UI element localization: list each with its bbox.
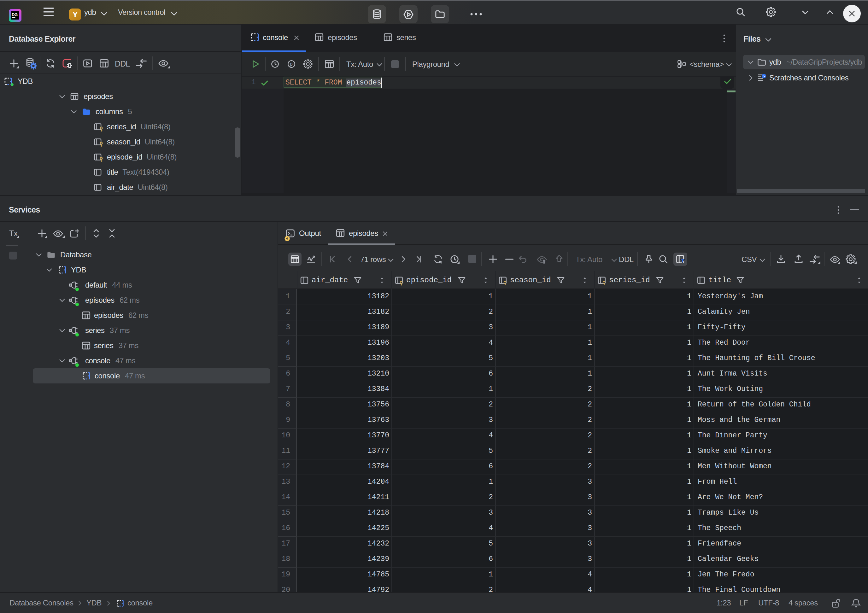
svg-text:DG: DG: [12, 12, 18, 17]
svg-text:p: p: [290, 62, 293, 67]
